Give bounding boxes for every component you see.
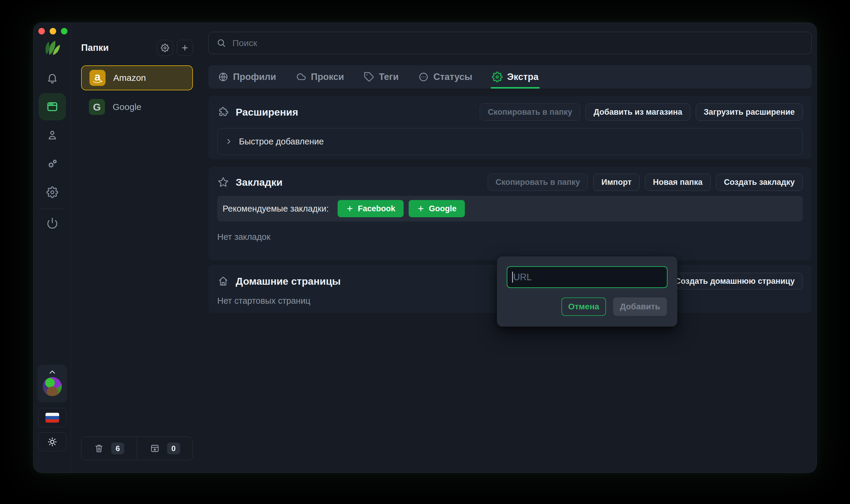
tag-icon xyxy=(364,72,375,82)
bookmarks-section: Закладки Скопировать в папку Импорт Нова… xyxy=(208,167,812,260)
home-icon xyxy=(217,275,229,287)
upload-extension-button[interactable]: Загрузить расширение xyxy=(696,103,803,121)
power-icon xyxy=(47,217,58,229)
section-title: Домашние страницы xyxy=(236,275,341,287)
person-icon xyxy=(47,129,58,141)
plus-icon xyxy=(417,205,425,213)
trash-icon xyxy=(94,444,104,453)
tab-label: Экстра xyxy=(507,72,539,82)
power-button[interactable] xyxy=(47,217,58,229)
recommended-name: Facebook xyxy=(358,204,395,213)
recommended-name: Google xyxy=(429,204,456,213)
app-logo-icon xyxy=(42,38,62,58)
profile-nav-button[interactable] xyxy=(47,129,58,141)
tab-label: Теги xyxy=(379,72,399,82)
star-icon xyxy=(217,176,229,188)
tab-label: Статусы xyxy=(433,72,472,82)
folder-item-amazon[interactable]: a Amazon xyxy=(81,65,193,90)
create-bookmark-button[interactable]: Создать закладку xyxy=(716,174,803,191)
recommended-bookmarks-row: Рекомендуемые закладки: Facebook Google xyxy=(217,196,803,221)
account-cluster[interactable] xyxy=(37,365,67,403)
trash-count-badge: 6 xyxy=(111,443,124,454)
chevron-up-icon xyxy=(48,367,57,377)
user-avatar[interactable] xyxy=(43,377,62,396)
google-icon: G xyxy=(89,99,105,115)
url-field-wrap xyxy=(507,266,668,288)
search-input[interactable] xyxy=(208,32,812,54)
create-homepage-button[interactable]: Создать домашнюю страницу xyxy=(667,273,803,289)
tab-label: Прокси xyxy=(311,72,344,82)
folders-title: Папки xyxy=(81,42,153,53)
folders-settings-button[interactable] xyxy=(157,40,173,56)
folders-panel: Папки a Amazon G Google xyxy=(71,23,208,472)
import-button[interactable]: Импорт xyxy=(593,174,639,191)
sun-icon xyxy=(47,437,57,447)
tab-bar: Профили Прокси Теги Статусы xyxy=(208,65,812,89)
section-title: Расширения xyxy=(236,106,298,118)
bookmarks-empty-text: Нет закладок xyxy=(217,232,803,242)
app-window: Папки a Amazon G Google xyxy=(33,22,817,473)
search-icon xyxy=(216,38,227,48)
cloud-icon xyxy=(296,72,306,82)
tab-extra[interactable]: Экстра xyxy=(492,65,539,89)
gears-icon xyxy=(47,158,58,170)
quick-add-label: Быстрое добавление xyxy=(239,137,324,146)
archive-button[interactable]: 0 xyxy=(137,437,193,460)
minimize-window-button[interactable] xyxy=(50,28,56,35)
settings-nav-button[interactable] xyxy=(47,186,58,198)
browser-window-icon xyxy=(46,101,58,113)
language-button[interactable] xyxy=(38,408,67,427)
add-folder-button[interactable] xyxy=(177,40,193,56)
maximize-window-button[interactable] xyxy=(61,28,68,35)
recommended-label: Рекомендуемые закладки: xyxy=(223,204,329,214)
section-title: Закладки xyxy=(236,177,283,188)
folder-name: Google xyxy=(113,102,142,112)
archive-count-badge: 0 xyxy=(167,443,180,454)
bell-icon xyxy=(47,72,58,84)
url-input[interactable] xyxy=(507,266,668,288)
close-window-button[interactable] xyxy=(38,28,45,35)
rail-divider xyxy=(39,209,66,209)
add-homepage-popover: Отмена Добавить xyxy=(497,256,677,327)
browsers-nav-button[interactable] xyxy=(39,93,66,120)
add-google-bookmark-button[interactable]: Google xyxy=(409,200,465,217)
cancel-button[interactable]: Отмена xyxy=(561,298,606,316)
trash-button[interactable]: 6 xyxy=(82,437,137,460)
folder-name: Amazon xyxy=(113,73,146,83)
amazon-icon: a xyxy=(89,70,106,86)
copy-to-folder-button[interactable]: Скопировать в папку xyxy=(488,174,588,191)
tab-label: Профили xyxy=(233,72,276,82)
puzzle-icon xyxy=(217,106,229,118)
globe-icon xyxy=(218,72,229,82)
add-from-store-button[interactable]: Добавить из магазина xyxy=(585,103,690,121)
extensions-section: Расширения Скопировать в папку Добавить … xyxy=(208,96,812,159)
status-dots-icon xyxy=(418,72,429,82)
add-button[interactable]: Добавить xyxy=(613,298,667,316)
tab-proxies[interactable]: Прокси xyxy=(296,65,344,89)
gear-icon xyxy=(492,72,503,82)
window-controls xyxy=(38,28,68,35)
chevron-right-icon xyxy=(225,137,233,146)
gear-icon xyxy=(161,44,169,52)
folder-item-google[interactable]: G Google xyxy=(81,94,193,120)
theme-toggle-button[interactable] xyxy=(38,432,67,451)
notifications-button[interactable] xyxy=(47,72,58,84)
quick-add-expander[interactable]: Быстрое добавление xyxy=(217,128,803,155)
russia-flag-icon xyxy=(46,413,59,422)
tab-tags[interactable]: Теги xyxy=(364,65,399,89)
automation-nav-button[interactable] xyxy=(47,158,58,170)
plus-icon xyxy=(181,44,189,52)
add-facebook-bookmark-button[interactable]: Facebook xyxy=(338,200,403,217)
archive-import-icon xyxy=(150,444,160,453)
text-cursor xyxy=(512,272,513,283)
copy-to-folder-button[interactable]: Скопировать в папку xyxy=(480,103,580,121)
gear-icon xyxy=(47,186,58,198)
new-folder-button[interactable]: Новая папка xyxy=(645,174,711,191)
icon-rail xyxy=(34,23,71,472)
tab-statuses[interactable]: Статусы xyxy=(418,65,472,89)
tab-profiles[interactable]: Профили xyxy=(218,65,276,89)
folder-stats-bar: 6 0 xyxy=(81,436,193,460)
plus-icon xyxy=(346,205,354,213)
search-bar xyxy=(208,32,812,54)
